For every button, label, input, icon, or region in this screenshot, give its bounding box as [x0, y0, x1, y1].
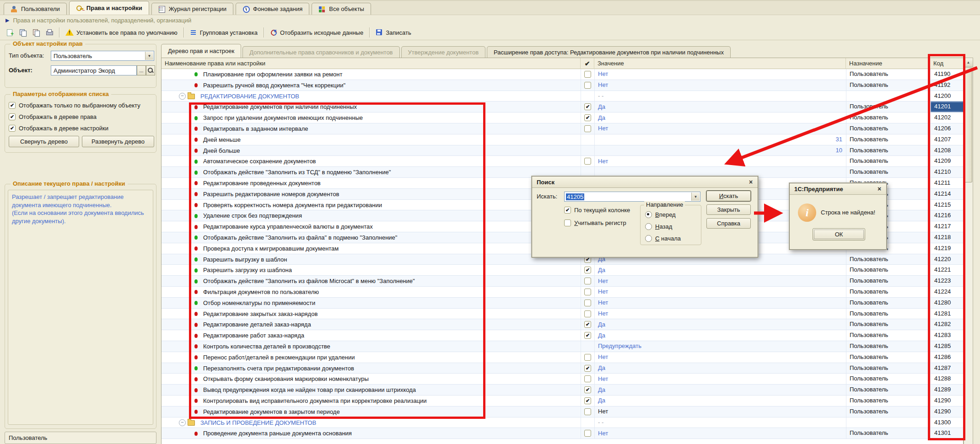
tab-rights-tree[interactable]: Дерево прав и настроек [161, 44, 241, 58]
value-checkbox[interactable] [584, 300, 591, 306]
tab-rights-settings[interactable]: Права и настройки [69, 1, 149, 15]
right-name-cell[interactable]: Проведение документа раньше документа ос… [162, 428, 581, 439]
current-column-checkbox[interactable]: По текущей колонке [564, 207, 630, 214]
value-check-cell[interactable] [581, 91, 594, 102]
radio-icon[interactable] [645, 223, 652, 230]
value-checkbox[interactable] [584, 321, 591, 328]
value-cell[interactable]: Нет [594, 309, 846, 319]
print-button[interactable] [43, 27, 55, 38]
table-row[interactable]: Разрешить ручной ввод документа "Чек кор… [162, 80, 963, 91]
value-checkbox[interactable] [584, 158, 591, 165]
search-dialog-titlebar[interactable]: Поиск × [532, 177, 758, 188]
right-name-cell[interactable]: Редактирование деталей заказ-наряда [162, 319, 581, 330]
code-cell[interactable]: 41207 [930, 134, 964, 145]
right-name-cell[interactable]: Вывод предупреждения когда не найден тов… [162, 385, 581, 395]
value-checkbox[interactable] [584, 408, 591, 415]
object-field[interactable]: Администратор Экорд [51, 65, 137, 75]
table-row[interactable]: РЕДАКТИРОВАНИЕ ДОКУМЕНТОВ - - 41200 [162, 91, 963, 102]
right-name-cell[interactable]: Отображать действие "Заполнить из ТСД" в… [162, 167, 581, 177]
code-cell[interactable]: 41287 [930, 363, 964, 374]
value-cell[interactable]: Нет [594, 69, 846, 80]
value-checkbox[interactable] [584, 278, 591, 284]
value-cell[interactable]: Да [594, 102, 846, 112]
code-cell[interactable]: 41214 [930, 189, 964, 199]
table-row[interactable]: Перенос работ/деталей в рекомендации при… [162, 352, 963, 363]
vertical-scrollbar[interactable]: ▲ [964, 58, 973, 444]
right-name-cell[interactable]: Фильтрация документов по пользователю [162, 287, 581, 297]
table-row[interactable]: Автоматическое сохранение документов Нет… [162, 156, 963, 167]
right-name-cell[interactable]: Перенос работ/деталей в рекомендации при… [162, 352, 581, 363]
value-cell[interactable]: Нет [594, 123, 846, 134]
code-cell[interactable]: 41290 [930, 396, 964, 406]
right-name-cell[interactable]: Контроль количества деталей в производст… [162, 341, 581, 352]
value-cell[interactable]: Нет [594, 276, 846, 286]
value-check-cell[interactable] [581, 417, 594, 428]
collapse-icon[interactable] [179, 93, 186, 100]
save-button[interactable]: Записать [373, 27, 414, 38]
table-row[interactable]: Отображать действие "Заполнить из файлов… [162, 276, 963, 287]
value-cell[interactable]: Да [594, 385, 846, 395]
collapse-icon[interactable] [179, 419, 186, 426]
tab-background-jobs[interactable]: Фоновые задания [236, 3, 309, 15]
ok-button[interactable]: ОК [813, 228, 865, 241]
tab-doc-approval[interactable]: Утверждение документов [401, 46, 486, 58]
right-name-cell[interactable]: Редактирование работ заказ-наряда [162, 330, 581, 341]
close-button[interactable]: Закрыть [706, 204, 751, 215]
show-source-button[interactable]: Отобразить исходные данные [268, 27, 366, 38]
scrollbar-thumb[interactable] [964, 67, 972, 182]
code-cell[interactable]: 41301 [930, 428, 964, 439]
find-input[interactable]: 41205 ▼ [564, 192, 700, 202]
value-checkbox[interactable] [584, 430, 591, 437]
close-icon[interactable]: × [875, 185, 883, 193]
new-row-button[interactable] [4, 27, 16, 38]
value-check-cell[interactable] [581, 156, 594, 166]
value-check-cell[interactable] [581, 102, 594, 112]
right-name-cell[interactable]: Проверка доступа к мигрировавшим докумен… [162, 243, 581, 254]
value-cell[interactable]: Нет [594, 80, 846, 91]
code-cell[interactable]: 41283 [930, 330, 964, 341]
value-check-cell[interactable] [581, 341, 594, 352]
value-check-cell[interactable] [581, 145, 594, 156]
checkbox-icon[interactable] [564, 207, 571, 214]
value-checkbox[interactable] [584, 365, 591, 372]
value-checkbox[interactable] [584, 310, 591, 317]
table-row[interactable]: Планирование при оформлении заявки на ре… [162, 69, 963, 80]
code-cell[interactable]: 41192 [930, 80, 964, 91]
code-cell[interactable]: 41200 [930, 91, 964, 102]
tab-users[interactable]: Пользователи [4, 3, 67, 15]
group-setup-button[interactable]: Групповая установка [188, 27, 260, 38]
right-name-cell[interactable]: Редактирование закрытых заказ-нарядов [162, 309, 581, 319]
value-cell[interactable]: Нет [594, 374, 846, 384]
right-name-cell[interactable]: Отбор номенклатуры по применяемости [162, 298, 581, 308]
value-checkbox[interactable] [584, 375, 591, 382]
value-cell[interactable]: Да [594, 319, 846, 330]
value-check-cell[interactable] [581, 134, 594, 145]
right-name-cell[interactable]: Перезаполнять счета при редактировании д… [162, 363, 581, 374]
radio-forward[interactable]: Вперед [645, 211, 676, 218]
right-name-cell[interactable]: Разрешить редактирование номеров докумен… [162, 189, 581, 199]
expand-tree-button[interactable]: Развернуть дерево [82, 136, 154, 147]
code-cell[interactable]: 41221 [930, 265, 964, 275]
right-name-cell[interactable]: Открывать форму сканирования маркировки … [162, 374, 581, 384]
right-name-cell[interactable]: Дней больше [162, 145, 581, 156]
param-show-rights-tree[interactable]: Отображать в дереве права [9, 112, 97, 121]
value-check-cell[interactable] [581, 407, 594, 417]
right-name-cell[interactable]: РЕДАКТИРОВАНИЕ ДОКУМЕНТОВ [162, 91, 581, 102]
code-cell[interactable]: 41224 [930, 287, 964, 297]
checkbox-icon[interactable] [9, 102, 16, 109]
right-name-cell[interactable]: Редактирование документов в закрытом пер… [162, 407, 581, 417]
value-cell[interactable]: Предупреждать [594, 341, 846, 352]
table-row[interactable]: Редактирование закрытых заказ-нарядов Не… [162, 309, 963, 320]
right-name-cell[interactable]: Редактирование курса управленческой валю… [162, 221, 581, 232]
object-search-button[interactable] [146, 65, 155, 75]
right-name-cell[interactable]: Редактировать в заданном интервале [162, 123, 581, 134]
value-check-cell[interactable] [581, 276, 594, 286]
right-name-cell[interactable]: Контролировать вид исправительного докум… [162, 396, 581, 406]
tab-all-objects[interactable]: Все объекты [312, 3, 371, 15]
value-check-cell[interactable] [581, 298, 594, 308]
radio-backward[interactable]: Назад [645, 223, 672, 230]
right-name-cell[interactable]: Разрешить ручной ввод документа "Чек кор… [162, 80, 581, 91]
checkbox-icon[interactable] [9, 125, 16, 132]
right-name-cell[interactable]: Разрешить загрузку из шаблона [162, 265, 581, 275]
code-cell[interactable]: 41209 [930, 156, 964, 166]
